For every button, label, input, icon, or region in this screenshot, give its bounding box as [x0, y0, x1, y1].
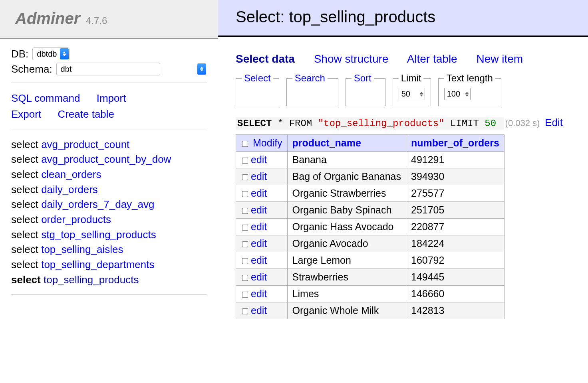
- stepper-icon[interactable]: [420, 92, 423, 97]
- divider: [11, 83, 207, 83]
- edit-cell: edit: [236, 302, 288, 319]
- table-row: editOrganic Strawberries275577: [236, 185, 505, 202]
- edit-cell: edit: [236, 185, 288, 202]
- cell-number-of-orders: 251705: [406, 202, 505, 219]
- row-edit-link[interactable]: edit: [251, 271, 267, 282]
- main: Select: top_selling_products Select data…: [218, 0, 588, 319]
- table-link[interactable]: daily_orders_7_day_avg: [41, 198, 154, 210]
- db-select[interactable]: dbtdb: [32, 47, 70, 60]
- chevron-updown-icon: [197, 63, 206, 75]
- row-edit-link[interactable]: edit: [251, 154, 267, 165]
- row-checkbox[interactable]: [242, 241, 248, 248]
- edit-cell: edit: [236, 168, 288, 185]
- row-checkbox[interactable]: [242, 292, 248, 298]
- link-import[interactable]: Import: [97, 92, 126, 104]
- table-prefix: select: [11, 168, 41, 180]
- table-list-item: select stg_top_selling_products: [11, 227, 207, 243]
- table-link[interactable]: avg_product_count: [41, 138, 129, 150]
- table-link[interactable]: avg_product_count_by_dow: [41, 153, 171, 165]
- sql-edit-link[interactable]: Edit: [545, 116, 563, 128]
- schema-select[interactable]: dbt: [56, 63, 160, 75]
- cell-number-of-orders: 491291: [406, 152, 505, 168]
- title-prefix: Select:: [236, 8, 289, 26]
- table-row: editStrawberries149445: [236, 269, 505, 286]
- row-edit-link[interactable]: edit: [251, 238, 267, 249]
- sort-number-of-orders[interactable]: number_of_orders: [411, 137, 499, 148]
- legend-text-length: Text length: [444, 73, 495, 84]
- cell-product-name: Organic Hass Avocado: [287, 219, 406, 235]
- link-create-table[interactable]: Create table: [58, 108, 114, 120]
- table-list-item: select top_selling_products: [11, 272, 207, 288]
- link-export[interactable]: Export: [11, 108, 41, 120]
- row-checkbox[interactable]: [242, 158, 248, 164]
- divider: [11, 294, 207, 295]
- row-edit-link[interactable]: edit: [251, 305, 267, 316]
- table-list-item: select daily_orders_7_day_avg: [11, 197, 207, 212]
- sql-kw-limit: LIMIT: [450, 118, 479, 129]
- row-checkbox[interactable]: [242, 225, 248, 231]
- table-link[interactable]: top_selling_departments: [41, 259, 154, 270]
- brand-name: Adminer: [15, 10, 80, 27]
- edit-cell: edit: [236, 219, 288, 235]
- table-link[interactable]: stg_top_selling_products: [41, 229, 156, 241]
- table-list-item: select clean_orders: [11, 167, 207, 182]
- row-edit-link[interactable]: edit: [251, 171, 267, 182]
- cell-number-of-orders: 220877: [406, 219, 505, 235]
- fieldset-text-length: Text length: [438, 73, 501, 106]
- col-product-name[interactable]: product_name: [287, 135, 406, 152]
- cell-number-of-orders: 160792: [406, 252, 505, 269]
- edit-cell: edit: [236, 235, 288, 252]
- modify-link[interactable]: Modify: [253, 137, 282, 148]
- row-checkbox[interactable]: [242, 174, 248, 181]
- cell-product-name: Limes: [287, 286, 406, 302]
- edit-cell: edit: [236, 286, 288, 302]
- col-modify: Modify: [236, 135, 288, 152]
- action-alter-table[interactable]: Alter table: [407, 53, 457, 65]
- action-new-item[interactable]: New item: [476, 53, 523, 65]
- table-row: editBag of Organic Bananas394930: [236, 168, 505, 185]
- legend-sort[interactable]: Sort: [354, 73, 371, 83]
- link-sql-command[interactable]: SQL command: [11, 92, 80, 104]
- legend-search[interactable]: Search: [295, 73, 325, 83]
- row-checkbox[interactable]: [242, 208, 248, 214]
- text-length-input[interactable]: [446, 89, 464, 99]
- row-checkbox[interactable]: [242, 258, 248, 265]
- legend-select[interactable]: Select: [244, 73, 271, 83]
- row-checkbox[interactable]: [242, 191, 248, 197]
- row-edit-link[interactable]: edit: [251, 204, 267, 215]
- select-all-checkbox[interactable]: [242, 141, 248, 147]
- col-number-of-orders[interactable]: number_of_orders: [406, 135, 505, 152]
- table-list-item: select avg_product_count: [11, 137, 207, 152]
- row-edit-link[interactable]: edit: [251, 288, 267, 299]
- edit-cell: edit: [236, 152, 288, 168]
- table-list-item: select top_selling_departments: [11, 257, 207, 272]
- sql-query: SELECT * FROM "top_selling_products" LIM…: [236, 116, 570, 129]
- row-checkbox[interactable]: [242, 275, 248, 281]
- cell-product-name: Banana: [287, 152, 406, 168]
- cell-product-name: Organic Strawberries: [287, 185, 406, 202]
- table-link[interactable]: top_selling_aisles: [41, 243, 123, 255]
- table-link[interactable]: clean_orders: [41, 168, 101, 180]
- sort-product-name[interactable]: product_name: [292, 137, 361, 148]
- page-title: Select: top_selling_products: [236, 8, 435, 26]
- table-link[interactable]: daily_orders: [41, 184, 98, 195]
- row-edit-link[interactable]: edit: [251, 255, 267, 266]
- sql-kw-select: SELECT: [237, 118, 272, 129]
- row-edit-link[interactable]: edit: [251, 188, 267, 199]
- row-checkbox[interactable]: [242, 308, 248, 315]
- schema-label: Schema:: [11, 63, 52, 75]
- table-link[interactable]: order_products: [41, 213, 111, 225]
- limit-input[interactable]: [401, 89, 418, 99]
- table-link[interactable]: top_selling_products: [44, 274, 139, 286]
- row-edit-link[interactable]: edit: [251, 221, 267, 232]
- stepper-icon[interactable]: [465, 92, 469, 97]
- main-header: Select: top_selling_products: [218, 0, 588, 37]
- table-prefix: select: [11, 229, 41, 241]
- divider: [11, 130, 207, 130]
- fieldset-select: Select: [236, 73, 279, 106]
- action-show-structure[interactable]: Show structure: [314, 53, 389, 65]
- cell-product-name: Organic Baby Spinach: [287, 202, 406, 219]
- table-row: editOrganic Baby Spinach251705: [236, 202, 505, 219]
- sql-kw-from: FROM: [289, 118, 312, 129]
- sql-timing: (0.032 s): [505, 118, 540, 128]
